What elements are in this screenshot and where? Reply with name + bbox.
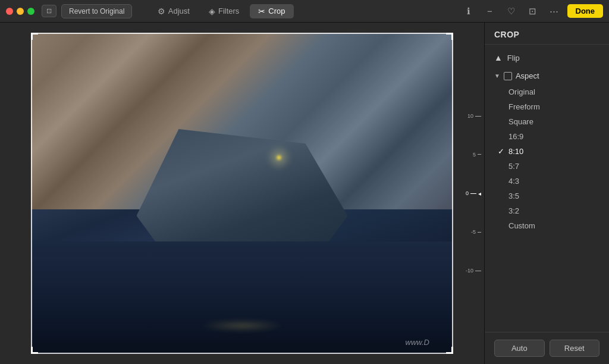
watermark: www.D [406, 338, 429, 347]
aspect-item-5-7[interactable]: 5:7 [485, 159, 609, 174]
maximize-button[interactable] [27, 8, 34, 15]
reset-button[interactable]: Reset [550, 340, 600, 357]
ruler-label-0: 0 [466, 190, 469, 196]
aspect-section: ▼ Aspect Original Freeform Square 1 [485, 66, 609, 237]
ruler-mark-0: 0 ◂ [466, 190, 481, 197]
ruler-mark-5: 5 [473, 152, 481, 158]
panel-content: ▲ Flip ▼ Aspect Original Freeform [485, 45, 609, 332]
zoom-out-icon[interactable]: − [482, 3, 498, 20]
aspect-item-4-3[interactable]: 4:3 [485, 174, 609, 189]
aspect-item-8-10-label: 8:10 [508, 147, 523, 156]
ruler-label-neg5: -5 [471, 229, 476, 235]
tab-crop-label: Crop [268, 7, 285, 15]
ruler-mark-10: 10 [467, 113, 481, 119]
right-panel: CROP ▲ Flip ▼ Aspect Original [484, 23, 609, 364]
ruler-label-5: 5 [473, 152, 476, 158]
favorite-icon[interactable]: ♡ [503, 3, 520, 20]
aspect-item-8-10[interactable]: 8:10 [485, 144, 609, 159]
titlebar-actions: ℹ − ♡ ⊡ ⋯ Done [460, 3, 604, 20]
ruler-tick-0 [470, 193, 476, 194]
adjust-icon: ⚙ [158, 7, 165, 16]
aspect-item-custom[interactable]: Custom [485, 218, 609, 233]
aspect-item-freeform-label: Freeform [508, 102, 540, 111]
close-button[interactable] [6, 8, 13, 15]
tab-filters-label: Filters [218, 7, 239, 15]
aspect-item-16-9[interactable]: 16:9 [485, 129, 609, 144]
titlebar: ⊡ Revert to Original ⚙ Adjust ◈ Filters … [0, 0, 609, 23]
window-control-btn[interactable]: ⊡ [42, 5, 56, 17]
more-icon[interactable]: ⋯ [546, 3, 563, 20]
aspect-icon [504, 72, 512, 80]
aspect-item-square[interactable]: Square [485, 114, 609, 129]
auto-button[interactable]: Auto [494, 340, 545, 357]
panel-title: CROP [485, 23, 609, 45]
aspect-chevron-icon: ▼ [494, 73, 500, 79]
tab-filters[interactable]: ◈ Filters [200, 4, 247, 18]
aspect-title: Aspect [516, 71, 539, 80]
tab-crop[interactable]: ✂ Crop [250, 4, 293, 18]
flip-icon: ▲ [494, 53, 503, 62]
ruler-mark-neg10: -10 [466, 268, 481, 274]
scene-light [276, 155, 282, 161]
image-container: www.D [31, 33, 453, 354]
minimize-button[interactable] [17, 8, 24, 15]
ruler-tick-10 [475, 116, 481, 117]
ruler-label-10: 10 [467, 113, 473, 119]
rotation-ruler: 10 5 0 ◂ -5 -10 [466, 110, 484, 277]
aspect-item-5-7-label: 5:7 [508, 162, 519, 171]
traffic-lights [6, 8, 34, 15]
aspect-item-3-5-label: 3:5 [508, 192, 519, 200]
info-icon[interactable]: ℹ [460, 3, 477, 20]
revert-button[interactable]: Revert to Original [61, 4, 132, 18]
aspect-item-4-3-label: 4:3 [508, 177, 519, 186]
aspect-item-square-label: Square [508, 117, 533, 126]
filters-icon: ◈ [209, 7, 215, 16]
image-area: www.D 10 5 0 ◂ [0, 23, 484, 364]
aspect-item-original-label: Original [508, 87, 535, 96]
share-icon[interactable]: ⊡ [525, 3, 541, 20]
done-button[interactable]: Done [567, 4, 604, 18]
tab-adjust[interactable]: ⚙ Adjust [149, 4, 198, 18]
nav-tabs: ⚙ Adjust ◈ Filters ✂ Crop [142, 4, 301, 18]
tab-adjust-label: Adjust [168, 7, 190, 15]
crop-icon: ✂ [258, 7, 265, 16]
aspect-item-3-2[interactable]: 3:2 [485, 203, 609, 218]
flip-row[interactable]: ▲ Flip [485, 49, 609, 66]
ruler-center-arrow: ◂ [478, 190, 481, 197]
ruler-tick-neg5 [478, 232, 481, 233]
aspect-item-freeform[interactable]: Freeform [485, 99, 609, 114]
aspect-item-3-2-label: 3:2 [508, 206, 519, 215]
ruler-label-neg10: -10 [466, 268, 473, 274]
aspect-items: Original Freeform Square 16:9 8:10 [485, 83, 609, 234]
aspect-item-custom-label: Custom [508, 221, 535, 230]
main-content: www.D 10 5 0 ◂ [0, 23, 609, 364]
ruler-tick-5 [478, 154, 481, 155]
panel-footer: Auto Reset [485, 332, 609, 364]
flip-label: Flip [507, 54, 520, 62]
aspect-item-original[interactable]: Original [485, 84, 609, 99]
ruler-tick-neg10 [475, 271, 481, 271]
aspect-item-3-5[interactable]: 3:5 [485, 189, 609, 203]
photo: www.D [31, 33, 453, 354]
aspect-item-16-9-label: 16:9 [508, 132, 523, 141]
aspect-header[interactable]: ▼ Aspect [485, 68, 609, 83]
scene-water [31, 241, 453, 354]
ruler-mark-neg5: -5 [471, 229, 481, 235]
